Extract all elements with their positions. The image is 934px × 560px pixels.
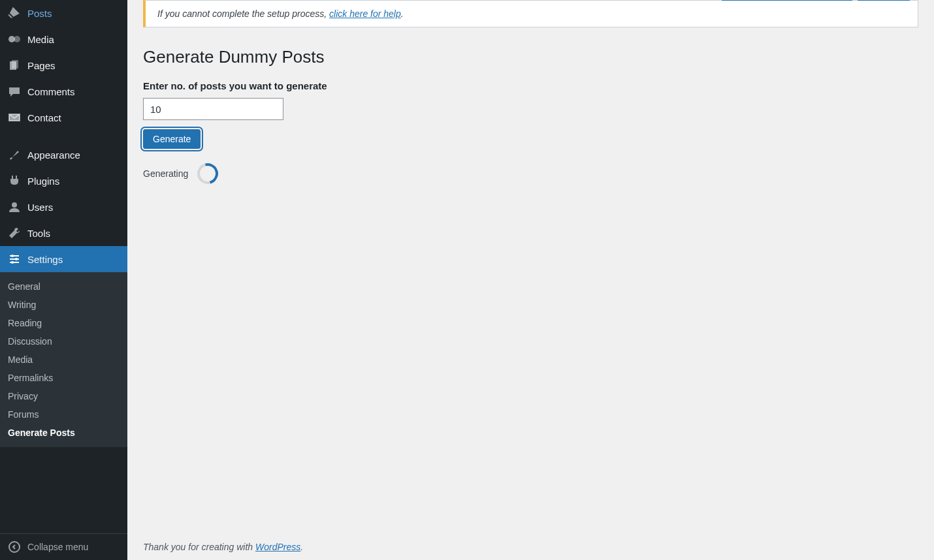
- svg-rect-4: [9, 114, 20, 121]
- sidebar-item-tools[interactable]: Tools: [0, 220, 127, 246]
- svg-point-5: [12, 202, 17, 208]
- pin-icon: [8, 7, 21, 20]
- sidebar-item-label: Plugins: [27, 176, 59, 187]
- sidebar-item-posts[interactable]: Posts: [0, 0, 127, 26]
- sidebar-item-pages[interactable]: Pages: [0, 52, 127, 78]
- submenu-reading[interactable]: Reading: [0, 314, 127, 332]
- field-label: Enter no. of posts you want to generate: [143, 80, 918, 91]
- notice-help-link[interactable]: click here for help: [329, 8, 401, 19]
- footer-suffix: .: [300, 542, 303, 552]
- setup-notice: If you cannot complete the setup process…: [143, 0, 918, 27]
- main-content: If you cannot complete the setup process…: [127, 0, 934, 560]
- sidebar-item-appearance[interactable]: Appearance: [0, 142, 127, 168]
- generate-button[interactable]: Generate: [143, 129, 201, 149]
- sidebar-item-label: Users: [27, 202, 53, 213]
- admin-sidebar: Posts Media Pages Comments Contact Appea…: [0, 0, 127, 560]
- svg-point-9: [9, 542, 20, 552]
- svg-point-8: [11, 261, 14, 264]
- sidebar-item-label: Tools: [27, 228, 50, 239]
- envelope-icon: [8, 111, 21, 124]
- notice-button-wide[interactable]: [722, 0, 852, 1]
- notice-buttons-cutoff: [722, 0, 910, 1]
- submenu-media[interactable]: Media: [0, 350, 127, 369]
- svg-point-1: [14, 36, 20, 42]
- spinner-icon: [193, 159, 222, 188]
- settings-submenu: General Writing Reading Discussion Media…: [0, 272, 127, 447]
- sidebar-item-label: Media: [27, 34, 54, 45]
- notice-prefix: If you cannot complete the setup process…: [157, 8, 329, 19]
- sidebar-item-label: Pages: [27, 60, 56, 71]
- user-icon: [8, 200, 21, 213]
- svg-rect-3: [12, 60, 18, 69]
- collapse-label: Collapse menu: [27, 542, 88, 552]
- footer-prefix: Thank you for creating with: [143, 542, 255, 552]
- pages-icon: [8, 59, 21, 72]
- submenu-generate-posts[interactable]: Generate Posts: [0, 424, 127, 442]
- sidebar-item-media[interactable]: Media: [0, 26, 127, 52]
- footer-wordpress-link[interactable]: WordPress: [255, 542, 300, 552]
- svg-point-7: [15, 258, 18, 260]
- menu-separator: [0, 131, 127, 142]
- sidebar-item-plugins[interactable]: Plugins: [0, 168, 127, 194]
- page-title: Generate Dummy Posts: [143, 47, 918, 67]
- status-text: Generating: [143, 168, 188, 179]
- collapse-icon: [8, 540, 21, 553]
- sidebar-item-settings[interactable]: Settings: [0, 246, 127, 272]
- submenu-writing[interactable]: Writing: [0, 296, 127, 314]
- notice-button-narrow[interactable]: [858, 0, 910, 1]
- sidebar-item-users[interactable]: Users: [0, 194, 127, 220]
- wrench-icon: [8, 226, 21, 240]
- submenu-general[interactable]: General: [0, 277, 127, 296]
- plug-icon: [8, 174, 21, 187]
- sliders-icon: [8, 253, 21, 266]
- sidebar-item-label: Comments: [27, 86, 75, 97]
- comments-icon: [8, 85, 21, 98]
- sidebar-item-contact[interactable]: Contact: [0, 104, 127, 131]
- submenu-privacy[interactable]: Privacy: [0, 387, 127, 405]
- submenu-discussion[interactable]: Discussion: [0, 332, 127, 350]
- sidebar-item-label: Contact: [27, 112, 61, 123]
- brush-icon: [8, 148, 21, 161]
- submenu-forums[interactable]: Forums: [0, 405, 127, 424]
- submenu-permalinks[interactable]: Permalinks: [0, 369, 127, 387]
- sidebar-item-label: Settings: [27, 254, 63, 265]
- sidebar-item-label: Appearance: [27, 149, 80, 161]
- collapse-menu-button[interactable]: Collapse menu: [0, 533, 127, 560]
- posts-count-input[interactable]: [143, 98, 283, 120]
- notice-suffix: .: [401, 8, 404, 19]
- media-icon: [8, 33, 21, 46]
- svg-point-6: [11, 255, 14, 257]
- footer-credit: Thank you for creating with WordPress.: [143, 542, 303, 552]
- sidebar-item-comments[interactable]: Comments: [0, 78, 127, 104]
- status-row: Generating: [143, 163, 918, 184]
- sidebar-item-label: Posts: [27, 8, 52, 19]
